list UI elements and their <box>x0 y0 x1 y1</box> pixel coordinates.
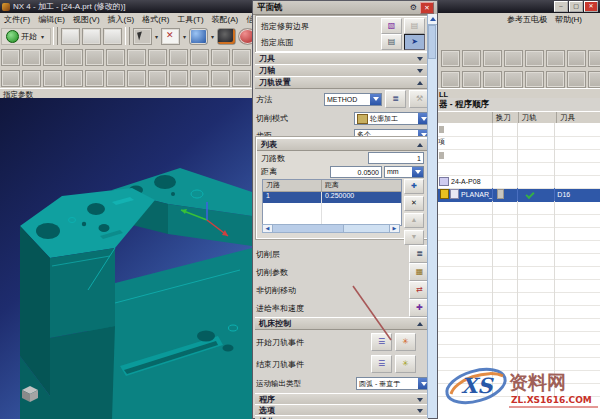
delete-set-button[interactable]: ✕ <box>404 196 424 211</box>
distance-field[interactable]: 0.0500 <box>330 166 382 178</box>
tree-item[interactable] <box>438 149 600 162</box>
table-row-empty[interactable] <box>438 344 600 357</box>
move-down-button[interactable]: ▼ <box>404 230 424 245</box>
table-row-empty[interactable] <box>263 203 401 214</box>
toolbar-icon[interactable] <box>127 70 146 87</box>
dark-sphere-icon[interactable] <box>217 28 236 45</box>
section-list[interactable]: 列表 <box>257 138 428 151</box>
toolbar-icon[interactable] <box>462 50 481 67</box>
document-icon[interactable] <box>103 28 122 45</box>
section-machine-control[interactable]: 机床控制 <box>255 317 428 330</box>
menu-item[interactable]: 视图(V) <box>69 14 104 25</box>
start-button[interactable]: 开始 ▾ <box>1 28 51 45</box>
distance-unit-combo[interactable]: mm <box>384 166 424 178</box>
table-row-empty[interactable] <box>438 292 600 305</box>
move-up-button[interactable]: ▲ <box>404 213 424 228</box>
maximize-button[interactable]: ▢ <box>569 1 583 12</box>
end-event-edit-icon[interactable]: ☰ <box>371 355 392 373</box>
cut-mode-combo[interactable]: 轮廓加工 <box>354 112 430 125</box>
checkbox-x-icon[interactable] <box>161 28 180 45</box>
menu-item[interactable]: 文件(F) <box>0 14 34 25</box>
menu-item[interactable]: 工具(T) <box>173 14 207 25</box>
passes-field[interactable]: 1 <box>368 152 424 164</box>
document-icon[interactable] <box>61 28 80 45</box>
toolbar-icon[interactable] <box>85 49 104 66</box>
toolbar-icon[interactable] <box>546 71 565 88</box>
table-row-empty[interactable] <box>438 201 600 214</box>
dialog-titlebar[interactable]: 平面铣 ⚙ ✕ <box>253 1 437 15</box>
toolbar-icon[interactable] <box>483 71 502 88</box>
add-set-button[interactable]: ✚ <box>404 179 424 194</box>
table-row-empty[interactable] <box>438 266 600 279</box>
document-icon[interactable] <box>82 28 101 45</box>
toolbar-icon[interactable] <box>504 71 523 88</box>
toolbar-icon[interactable] <box>211 70 230 87</box>
floor-page-icon[interactable]: ▤ <box>381 34 402 50</box>
horizontal-scrollbar[interactable]: ◀ ▶ <box>262 224 400 233</box>
toolbar-icon[interactable] <box>22 49 41 66</box>
trim-display-icon[interactable]: ▤ <box>404 18 425 34</box>
start-event-edit-icon[interactable]: ☰ <box>371 333 392 351</box>
method-combo[interactable]: METHOD <box>324 93 382 106</box>
scrollbar-thumb[interactable] <box>273 225 344 232</box>
table-row-empty[interactable] <box>438 214 600 227</box>
tree-item[interactable]: 项 <box>438 136 600 149</box>
toolbar-icon[interactable] <box>1 70 20 87</box>
toolbar-icon[interactable] <box>85 70 104 87</box>
toolbar-icon[interactable] <box>148 49 167 66</box>
scroll-right-icon[interactable]: ▶ <box>389 225 399 232</box>
trim-boundary-icon[interactable]: ▧ <box>381 18 402 34</box>
toolbar-icon[interactable] <box>148 70 167 87</box>
tree-item[interactable] <box>438 123 600 136</box>
table-row-empty[interactable] <box>438 370 600 383</box>
toolbar-icon[interactable] <box>190 70 209 87</box>
tree-item-group[interactable]: 24-A-P08 <box>438 175 600 188</box>
toolbar-icon[interactable] <box>1 49 20 66</box>
toolbar-icon[interactable] <box>567 50 586 67</box>
menu-item[interactable]: 参考五电极 <box>503 14 551 25</box>
toolbar-icon[interactable] <box>504 50 523 67</box>
menu-item[interactable]: 装配(A) <box>208 14 243 25</box>
floor-pick-icon[interactable]: ➤ <box>404 34 425 50</box>
scroll-up-icon[interactable] <box>428 14 437 25</box>
tree-item[interactable] <box>438 162 600 175</box>
toolbar-icon[interactable] <box>588 71 600 88</box>
toolbar-icon[interactable] <box>462 71 481 88</box>
combo-arrow-icon[interactable] <box>370 94 381 105</box>
viewport-3d[interactable] <box>0 98 252 419</box>
toolbar-icon[interactable] <box>169 49 188 66</box>
combo-arrow-icon[interactable] <box>412 167 423 177</box>
toolbar-icon[interactable] <box>106 70 125 87</box>
toolbar-icon[interactable] <box>441 71 460 88</box>
toolbar-icon[interactable] <box>441 50 460 67</box>
toolbar-icon[interactable] <box>190 49 209 66</box>
menu-item[interactable]: 插入(S) <box>104 14 139 25</box>
toolbar-icon[interactable] <box>588 50 600 67</box>
toolbar-icon[interactable] <box>232 70 251 87</box>
end-event-icon[interactable]: ✳ <box>395 355 416 373</box>
minimize-button[interactable]: – <box>554 1 568 12</box>
toolbar-icon[interactable] <box>483 50 502 67</box>
table-row-empty[interactable] <box>438 357 600 370</box>
toolbar-icon[interactable] <box>525 50 544 67</box>
toolbar-icon[interactable] <box>43 49 62 66</box>
close-icon[interactable]: ✕ <box>584 1 598 12</box>
blue-sphere-icon[interactable] <box>189 28 208 45</box>
table-row-empty[interactable] <box>438 318 600 331</box>
toolbar-icon[interactable] <box>43 70 62 87</box>
start-event-icon[interactable]: ✳ <box>395 333 416 351</box>
toolbar-icon[interactable] <box>64 70 83 87</box>
toolbar-icon[interactable] <box>64 49 83 66</box>
toolbar-icon[interactable] <box>232 49 251 66</box>
menu-item[interactable]: 格式(R) <box>138 14 173 25</box>
menu-item[interactable]: 编辑(E) <box>34 14 69 25</box>
toolbar-icon[interactable] <box>567 71 586 88</box>
table-row-empty[interactable] <box>438 240 600 253</box>
method-group-icon[interactable]: ≣ <box>385 90 406 108</box>
menu-item[interactable]: 帮助(H) <box>551 14 586 25</box>
table-row-empty[interactable] <box>438 383 600 396</box>
toolbar-icon[interactable] <box>546 50 565 67</box>
gear-icon[interactable]: ⚙ <box>410 2 417 13</box>
table-row-empty[interactable] <box>438 305 600 318</box>
toolbar-icon[interactable] <box>127 49 146 66</box>
